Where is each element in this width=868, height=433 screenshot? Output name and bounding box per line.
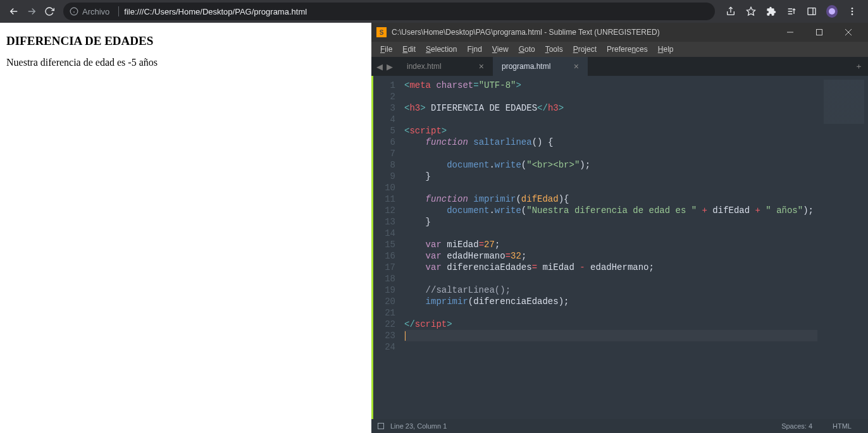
tab-add-button[interactable]: ＋	[849, 57, 868, 76]
tab-history-back-icon[interactable]: ◀	[375, 61, 384, 73]
code-content[interactable]: <meta charset="UTF-8"> <h3> DIFERENCIA D…	[402, 76, 817, 419]
menu-selection[interactable]: Selection	[421, 45, 462, 54]
addr-url: file:///C:/Users/Home/Desktop/PAG/progra…	[124, 7, 307, 16]
status-indent[interactable]: Spaces: 4	[771, 422, 822, 430]
sublime-title-text: C:\Users\Home\Desktop\PAG\programa.html …	[392, 28, 660, 37]
addr-scheme-label: Archivo	[82, 7, 109, 16]
menu-tools[interactable]: Tools	[540, 45, 568, 54]
line-gutter: 123456789101112131415161718192021222324	[371, 76, 402, 419]
status-bar: Line 23, Column 1 Spaces: 4 HTML	[371, 419, 868, 433]
media-control-icon[interactable]	[786, 6, 797, 17]
sublime-tabbar: ◀ ▶ index.html × programa.html × ＋	[371, 57, 868, 76]
svg-rect-9	[817, 30, 822, 35]
sublime-menubar: File Edit Selection Find View Goto Tools…	[371, 42, 868, 57]
tab-close-icon[interactable]: ×	[479, 61, 484, 71]
status-syntax[interactable]: HTML	[822, 422, 862, 430]
share-icon[interactable]	[725, 6, 736, 17]
sublime-logo-icon: S	[376, 27, 387, 37]
page-text: Nuestra diferencia de edad es -5 años	[6, 57, 365, 68]
menu-view[interactable]: View	[487, 45, 514, 54]
menu-file[interactable]: File	[375, 45, 397, 54]
menu-help[interactable]: Help	[653, 45, 679, 54]
status-panel-toggle-icon[interactable]	[378, 423, 384, 429]
tab-label: index.html	[407, 62, 442, 71]
forward-button[interactable]	[23, 3, 40, 20]
minimap[interactable]	[817, 76, 868, 419]
svg-point-4	[829, 8, 835, 15]
bookmark-star-icon[interactable]	[745, 6, 757, 17]
svg-point-5	[852, 8, 853, 9]
extensions-icon[interactable]	[766, 6, 777, 17]
menu-goto[interactable]: Goto	[514, 45, 540, 54]
profile-avatar[interactable]	[826, 6, 838, 17]
svg-rect-2	[808, 8, 815, 15]
svg-marker-1	[747, 7, 755, 15]
site-info-icon[interactable]: Archivo	[70, 7, 109, 16]
svg-point-6	[852, 11, 853, 13]
svg-point-7	[852, 13, 853, 15]
tab-history-fwd-icon[interactable]: ▶	[385, 61, 394, 73]
page-title: DIFERENCIA DE EDADES	[6, 34, 365, 48]
tab-nav: ◀ ▶	[371, 57, 398, 76]
chrome-menu-icon[interactable]	[846, 6, 858, 17]
menu-project[interactable]: Project	[568, 45, 602, 54]
tab-index[interactable]: index.html ×	[398, 57, 493, 76]
status-cursor-pos[interactable]: Line 23, Column 1	[390, 422, 447, 430]
tab-label: programa.html	[502, 62, 550, 71]
editor-area[interactable]: 123456789101112131415161718192021222324 …	[371, 76, 868, 419]
chrome-actions	[720, 6, 863, 17]
menu-preferences[interactable]: Preferences	[602, 45, 653, 54]
separator	[118, 6, 119, 16]
window-close-button[interactable]	[834, 23, 863, 42]
address-bar[interactable]: Archivo file:///C:/Users/Home/Desktop/PA…	[63, 3, 715, 20]
browser-viewport: DIFERENCIA DE EDADES Nuestra diferencia …	[0, 23, 371, 433]
tab-programa[interactable]: programa.html ×	[493, 57, 588, 76]
menu-edit[interactable]: Edit	[397, 45, 421, 54]
menu-find[interactable]: Find	[462, 45, 487, 54]
back-button[interactable]	[5, 3, 23, 20]
window-minimize-button[interactable]	[776, 23, 805, 42]
reload-button[interactable]	[40, 3, 58, 20]
sublime-titlebar[interactable]: S C:\Users\Home\Desktop\PAG\programa.htm…	[371, 23, 868, 42]
sublime-window: S C:\Users\Home\Desktop\PAG\programa.htm…	[371, 23, 868, 433]
browser-toolbar: Archivo file:///C:/Users/Home/Desktop/PA…	[0, 0, 868, 23]
window-maximize-button[interactable]	[805, 23, 834, 42]
side-panel-icon[interactable]	[806, 6, 817, 17]
tab-close-icon[interactable]: ×	[574, 61, 579, 71]
